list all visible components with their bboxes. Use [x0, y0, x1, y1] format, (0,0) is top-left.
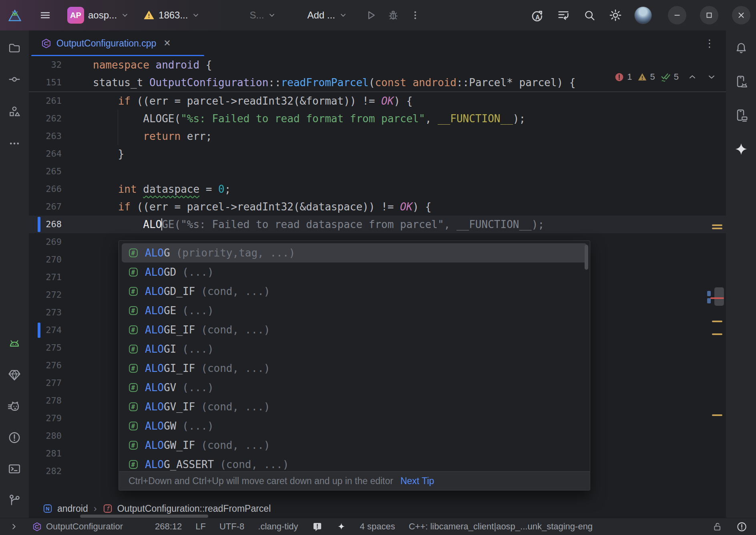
profiler-tool-button[interactable]: [0, 394, 29, 418]
line-number[interactable]: 266: [29, 180, 62, 198]
completion-item-aloge_if[interactable]: #ALOGE_IF(cond, ...): [122, 320, 587, 339]
running-devices-button[interactable]: [727, 103, 756, 127]
more-actions-button[interactable]: [410, 10, 421, 21]
logcat-tool-button[interactable]: [0, 332, 29, 356]
debug-button[interactable]: [387, 9, 399, 21]
code-line-264[interactable]: 264 }: [29, 145, 726, 163]
user-avatar[interactable]: [634, 6, 652, 24]
clang-tidy-widget[interactable]: .clang-tidy: [251, 521, 305, 532]
app-quality-insights-tool-button[interactable]: [0, 363, 29, 387]
warning-stripe-mark[interactable]: [712, 321, 722, 322]
encoding-widget[interactable]: UTF-8: [213, 521, 251, 532]
warning-stripe-mark[interactable]: [712, 333, 722, 335]
vcs-branch-widget[interactable]: 1863...: [143, 10, 200, 21]
completion-item-alogd[interactable]: #ALOGD(...): [122, 262, 587, 282]
minimize-button[interactable]: [668, 6, 686, 24]
ai-assistant-widget[interactable]: [330, 522, 353, 532]
line-separator-widget[interactable]: LF: [189, 521, 213, 532]
project-tool-button[interactable]: [0, 36, 29, 60]
line-number[interactable]: 279: [29, 410, 62, 427]
restore-layout-button[interactable]: [557, 8, 570, 22]
completion-item-alogw[interactable]: #ALOGW(...): [122, 416, 587, 436]
build-target-widget[interactable]: C++: libcamera_client|aosp_...unk_stagin…: [402, 521, 599, 532]
code-line-266[interactable]: 266 int dataspace = 0;: [29, 180, 726, 198]
code-line-262[interactable]: 262 ALOGE("%s: Failed to read format fro…: [29, 110, 726, 127]
code-line-268[interactable]: 268 ALOGE("%s: Failed to read dataspace …: [29, 216, 726, 233]
next-problem-chevron-icon[interactable]: [707, 72, 716, 82]
tab-options-kebab-icon[interactable]: ⋮: [704, 37, 715, 50]
completion-item-alogv[interactable]: #ALOGV(...): [122, 378, 587, 397]
completion-item-alogi[interactable]: #ALOGI(...): [122, 339, 587, 359]
line-number[interactable]: 277: [29, 374, 62, 392]
tab-close-icon[interactable]: ✕: [163, 38, 171, 48]
code-line-263[interactable]: 263 return err;: [29, 127, 726, 145]
inspections-widget[interactable]: 1 5 5: [614, 69, 716, 85]
terminal-tool-button[interactable]: [0, 457, 29, 481]
device-manager-button[interactable]: [727, 70, 756, 94]
warning-stripe-mark[interactable]: [712, 228, 722, 229]
code-line-267[interactable]: 267 if ((err = parcel->readInt32(&datasp…: [29, 198, 726, 216]
run-button[interactable]: [365, 9, 377, 21]
close-button[interactable]: [732, 6, 750, 24]
statusbar-expander[interactable]: [7, 522, 25, 531]
version-control-tool-button[interactable]: [0, 488, 29, 512]
horizontal-scrollbar[interactable]: [80, 515, 208, 518]
line-number[interactable]: 273: [29, 304, 62, 321]
completion-item-alogd_if[interactable]: #ALOGD_IF(cond, ...): [122, 282, 587, 301]
maximize-button[interactable]: [700, 6, 718, 24]
code-text[interactable]: if ((err = parcel->readInt32(&format)) !…: [93, 92, 412, 110]
statusbar-file-widget[interactable]: C + + OutputConfiguratior: [25, 521, 130, 532]
line-number[interactable]: 271: [29, 269, 62, 286]
structure-tool-button[interactable]: [0, 99, 29, 123]
lock-widget[interactable]: [706, 521, 730, 532]
next-tip-link[interactable]: Next Tip: [400, 476, 434, 487]
error-stripe-mark[interactable]: [710, 297, 724, 299]
sync-button[interactable]: A: [530, 8, 544, 22]
line-number[interactable]: 278: [29, 392, 62, 410]
prev-problem-chevron-icon[interactable]: [688, 72, 697, 82]
feedback-widget[interactable]: [305, 521, 330, 532]
code-text[interactable]: if ((err = parcel->readInt32(&dataspace)…: [93, 198, 431, 216]
line-number[interactable]: 32: [29, 56, 62, 74]
line-number[interactable]: 263: [29, 127, 62, 145]
line-number[interactable]: 282: [29, 462, 62, 480]
notifications-button[interactable]: [727, 36, 756, 60]
code-text[interactable]: ALOGE("%s: Failed to read format from pa…: [93, 110, 525, 127]
code-text[interactable]: namespace android {: [93, 56, 212, 74]
settings-button[interactable]: [609, 8, 622, 22]
device-selector[interactable]: S...: [249, 10, 276, 21]
line-number[interactable]: 275: [29, 339, 62, 357]
line-number[interactable]: 265: [29, 163, 62, 180]
line-number[interactable]: 268: [29, 216, 62, 233]
code-text[interactable]: }: [93, 145, 124, 163]
completion-item-alogw_if[interactable]: #ALOGW_IF(cond, ...): [122, 436, 587, 455]
problems-tool-button[interactable]: [0, 426, 29, 450]
line-number[interactable]: 272: [29, 286, 62, 304]
code-text[interactable]: return err;: [93, 127, 212, 145]
warning-stripe-mark[interactable]: [712, 224, 722, 226]
line-number[interactable]: 269: [29, 233, 62, 251]
line-number[interactable]: 276: [29, 357, 62, 374]
project-widget[interactable]: AP aosp...: [67, 7, 129, 24]
line-number[interactable]: 270: [29, 251, 62, 269]
code-text[interactable]: status_t OutputConfiguration::readFromPa…: [93, 74, 575, 91]
code-line-265[interactable]: 265: [29, 163, 726, 180]
line-number[interactable]: 267: [29, 198, 62, 216]
line-number[interactable]: 264: [29, 145, 62, 163]
code-line-261[interactable]: 261 if ((err = parcel->readInt32(&format…: [29, 92, 726, 110]
code-text[interactable]: ALOGE("%s: Failed to read dataspace from…: [93, 216, 544, 233]
main-menu-button[interactable]: [39, 9, 51, 21]
tab-outputconfiguration-cpp[interactable]: C + + OutputConfiguration.cpp ✕: [29, 30, 181, 56]
line-number[interactable]: 281: [29, 445, 62, 462]
line-number[interactable]: 274: [29, 321, 62, 339]
line-number[interactable]: 261: [29, 92, 62, 110]
warning-stripe-mark[interactable]: [712, 414, 722, 416]
editor-scrollbar-thumb[interactable]: [714, 287, 724, 306]
indent-widget[interactable]: 4 spaces: [353, 521, 402, 532]
completion-item-alogv_if[interactable]: #ALOGV_IF(cond, ...): [122, 397, 587, 416]
line-number[interactable]: 151: [29, 74, 62, 91]
run-configuration-selector[interactable]: Add ...: [307, 10, 347, 21]
breadcrumb-namespace[interactable]: N android: [42, 503, 88, 514]
caret-position-widget[interactable]: 268:12: [148, 521, 189, 532]
completion-item-alog[interactable]: #ALOG(priority,tag, ...): [122, 243, 587, 262]
